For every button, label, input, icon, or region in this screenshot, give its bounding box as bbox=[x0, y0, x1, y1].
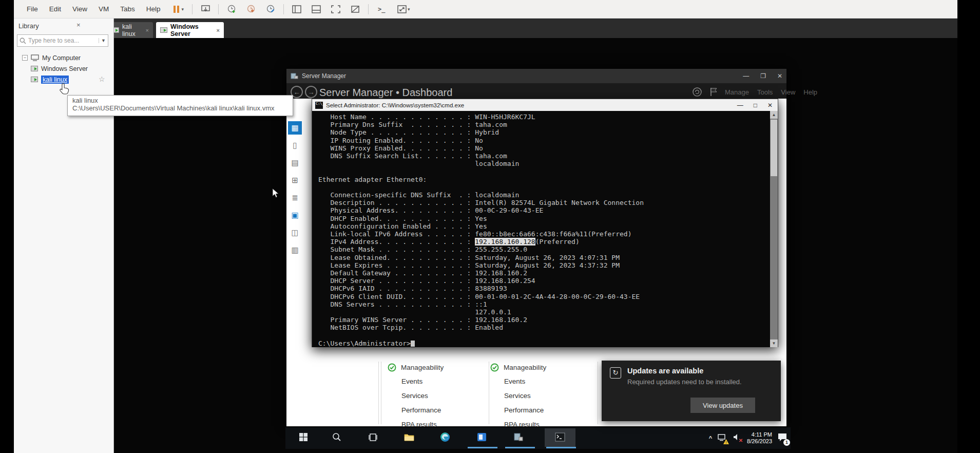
toolbar-divider bbox=[218, 4, 219, 14]
nav-group-icon[interactable]: ▥ bbox=[288, 243, 302, 257]
server-manager-header: ← → Server Manager • Dashboard Manage To… bbox=[286, 83, 786, 99]
network-status-icon[interactable]: ! bbox=[717, 433, 727, 444]
close-button[interactable]: ✕ bbox=[777, 72, 782, 80]
dashboard-link-events[interactable]: Events bbox=[504, 378, 593, 385]
pinned-app-button[interactable] bbox=[470, 427, 493, 447]
vm-powered-on-icon bbox=[160, 27, 167, 33]
library-search[interactable]: ▼ bbox=[17, 34, 108, 47]
sm-menu-manage[interactable]: Manage bbox=[725, 88, 749, 96]
tab-windows-server[interactable]: Windows Server × bbox=[156, 22, 224, 38]
updates-notification: ↻ Updates are available Required updates… bbox=[602, 361, 781, 421]
mouse-cursor-arrow bbox=[272, 188, 279, 198]
nav-file-storage-icon[interactable]: ▣ bbox=[288, 209, 302, 222]
close-tab-icon[interactable]: × bbox=[217, 27, 220, 33]
refresh-icon[interactable] bbox=[692, 87, 702, 97]
taskbar-search-button[interactable] bbox=[325, 427, 348, 447]
menu-edit[interactable]: Edit bbox=[44, 5, 67, 13]
tile-divider bbox=[381, 362, 381, 424]
dashboard-link-services[interactable]: Services bbox=[504, 392, 593, 400]
send-ctrl-alt-del-button[interactable] bbox=[199, 3, 212, 16]
vm-tree: − My Computer Windows Server kali linux … bbox=[14, 52, 113, 85]
edge-icon bbox=[440, 432, 450, 442]
chevron-down-icon[interactable]: ▼ bbox=[99, 38, 106, 43]
action-center-button[interactable]: 1 bbox=[777, 432, 787, 444]
chevron-down-icon[interactable]: ▾ bbox=[408, 7, 410, 12]
scroll-up-icon[interactable]: ▲ bbox=[770, 111, 778, 119]
menu-vm[interactable]: VM bbox=[93, 5, 114, 13]
tab-kali-linux[interactable]: kali linux × bbox=[108, 22, 153, 38]
dashboard-link-performance[interactable]: Performance bbox=[504, 406, 593, 414]
nav-feature-icon[interactable]: ≣ bbox=[288, 191, 302, 204]
take-snapshot-button[interactable] bbox=[225, 3, 238, 16]
tree-collapse-icon[interactable]: − bbox=[22, 55, 28, 61]
favorite-star-icon[interactable]: ☆ bbox=[99, 75, 105, 83]
pause-button[interactable]: ▾ bbox=[171, 6, 186, 13]
notification-badge: 1 bbox=[783, 439, 790, 446]
toolbar-divider bbox=[192, 4, 193, 14]
command-prompt-taskbar-button[interactable] bbox=[549, 427, 571, 447]
tree-item-my-computer[interactable]: − My Computer bbox=[14, 52, 113, 63]
server-manager-taskbar-button[interactable] bbox=[507, 427, 530, 447]
nav-local-server-icon[interactable]: ▯ bbox=[288, 139, 302, 152]
cmd-output: Host Name . . . . . . . . . . . . : WIN-… bbox=[312, 111, 778, 347]
dashboard-link-services[interactable]: Services bbox=[401, 392, 490, 400]
menu-tabs[interactable]: Tabs bbox=[114, 5, 141, 13]
scrollbar[interactable]: ▲ ▼ bbox=[770, 111, 778, 347]
scroll-down-icon[interactable]: ▼ bbox=[770, 339, 778, 347]
forward-icon[interactable]: → bbox=[305, 86, 317, 98]
dashboard-status-label[interactable]: Manageability bbox=[504, 364, 546, 371]
window-title: Server Manager bbox=[302, 72, 346, 80]
nav-roles-icon[interactable]: ⊞ bbox=[288, 174, 302, 187]
unity-mode-button[interactable] bbox=[349, 3, 362, 16]
server-manager-nav: ▦ ▯ ▤ ⊞ ≣ ▣ ◫ ▥ bbox=[288, 121, 304, 257]
chevron-down-icon[interactable]: ▾ bbox=[182, 7, 184, 12]
show-library-panel-button[interactable] bbox=[290, 3, 303, 16]
close-tab-icon[interactable]: × bbox=[146, 27, 149, 33]
nav-services-icon[interactable]: ◫ bbox=[288, 226, 302, 239]
revert-snapshot-button[interactable] bbox=[244, 3, 258, 16]
dashboard-status-label[interactable]: Manageability bbox=[401, 364, 444, 371]
search-input[interactable] bbox=[28, 37, 99, 44]
folder-icon bbox=[404, 433, 414, 442]
notification-message: Required updates need to be installed. bbox=[627, 378, 742, 386]
minimize-button[interactable]: — bbox=[743, 72, 749, 80]
wrench-clock-icon bbox=[266, 4, 276, 14]
tree-item-windows-server[interactable]: Windows Server bbox=[14, 63, 113, 74]
tray-chevron-up-icon[interactable]: ^ bbox=[709, 435, 712, 441]
volume-muted-icon[interactable]: ✕ bbox=[733, 433, 742, 443]
library-title: Library bbox=[18, 22, 39, 30]
scrollbar-thumb[interactable] bbox=[771, 120, 777, 176]
close-button[interactable]: ✕ bbox=[767, 102, 773, 109]
manage-snapshots-button[interactable] bbox=[264, 3, 277, 16]
server-manager-titlebar[interactable]: Server Manager — ❐ ✕ bbox=[286, 69, 786, 83]
task-view-button[interactable] bbox=[361, 427, 384, 447]
show-thumbnail-bar-button[interactable] bbox=[310, 3, 323, 16]
maximize-button[interactable]: □ bbox=[754, 102, 757, 109]
notifications-flag-icon[interactable] bbox=[709, 87, 718, 97]
minimize-button[interactable]: — bbox=[737, 102, 743, 109]
menu-help[interactable]: Help bbox=[141, 5, 166, 13]
menu-file[interactable]: File bbox=[21, 5, 44, 13]
start-button[interactable] bbox=[292, 427, 315, 447]
maximize-button[interactable]: ❐ bbox=[760, 72, 766, 80]
sm-menu-help[interactable]: Help bbox=[803, 88, 817, 96]
file-explorer-button[interactable] bbox=[398, 427, 420, 447]
edge-browser-button[interactable] bbox=[434, 427, 456, 447]
sm-menu-tools[interactable]: Tools bbox=[757, 88, 773, 96]
cmd-titlebar[interactable]: C:\_ Select Administrator: C:\Windows\sy… bbox=[312, 99, 778, 111]
menu-view[interactable]: View bbox=[67, 5, 93, 13]
fit-guest-now-button[interactable]: ▾ bbox=[394, 3, 413, 16]
dashboard-link-events[interactable]: Events bbox=[401, 378, 490, 385]
nav-dashboard-icon[interactable]: ▦ bbox=[288, 121, 302, 135]
nav-all-servers-icon[interactable]: ▤ bbox=[288, 156, 302, 169]
enter-full-screen-button[interactable] bbox=[329, 3, 342, 16]
tab-label: kali linux bbox=[122, 23, 143, 37]
tree-item-label: My Computer bbox=[42, 54, 81, 62]
close-library-icon[interactable]: × bbox=[76, 21, 81, 29]
taskbar-clock[interactable]: 4:11 PM 8/26/2023 bbox=[747, 431, 772, 445]
dashboard-link-performance[interactable]: Performance bbox=[401, 406, 490, 414]
view-updates-button[interactable]: View updates bbox=[690, 398, 755, 413]
sm-menu-view[interactable]: View bbox=[781, 88, 795, 96]
dashboard-group-1: Manageability Events Services Performanc… bbox=[388, 363, 490, 428]
open-console-button[interactable]: >_ bbox=[375, 3, 388, 16]
